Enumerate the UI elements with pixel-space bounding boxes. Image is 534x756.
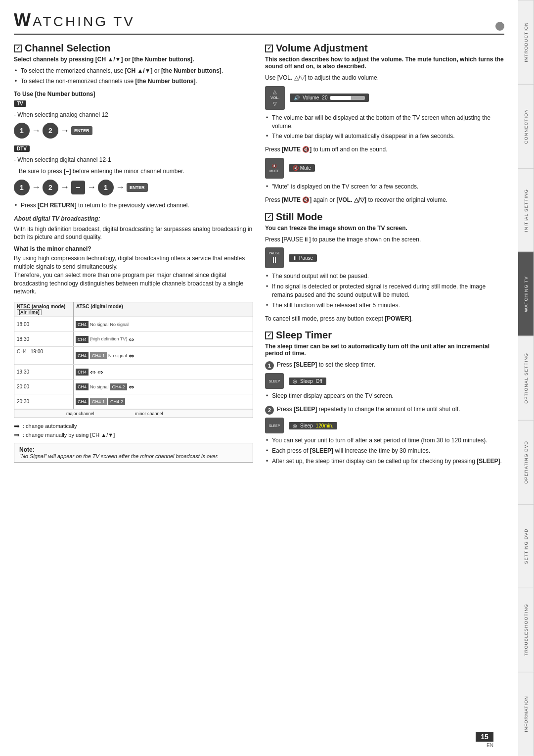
seq-btn-5: 1 [98, 180, 114, 195]
header-circle [495, 22, 504, 31]
legend-solid-text: : change automatically [23, 423, 77, 429]
mute-button: 🔇 MUTE [265, 158, 284, 179]
arrow-2000: ⇔ [129, 383, 134, 391]
sleep-label-1: SLEEP [269, 379, 280, 383]
sleep-step-1: 1 Press [SLEEP] to set the sleep timer. [265, 361, 504, 370]
to-use-heading: To Use [the Number buttons] [14, 91, 253, 97]
about-text: With its high definition broadcast, digi… [14, 225, 253, 242]
vol-speaker-icon: 🔊 [294, 95, 300, 100]
step-2-text: Press [SLEEP] repeatedly to change the a… [277, 405, 504, 414]
ch-cell-ch4-5: CH4 [76, 383, 89, 390]
channel-bullet-1: To select the memorized channels, use [C… [14, 67, 253, 75]
mute-recover-text: Press [MUTE 🔇] again or [VOL. △/▽] to re… [265, 196, 504, 204]
legend-hollow-text: : change manually by using [CH ▲/▼] [23, 432, 115, 438]
vol-bar-container: 🔊 Volume 20 [290, 94, 369, 102]
sleep-off-value: Off [316, 378, 322, 384]
note-title: Note: [19, 446, 248, 453]
vol-bar-fill [330, 96, 351, 100]
ch-return-item: Press [CH RETURN] to return to the previ… [14, 201, 253, 210]
ch-row-1930: 19:30 CH4 ⇔ ⇔ [14, 365, 253, 379]
about-heading: About digital TV broadcasting: [14, 215, 253, 223]
sleep-checkbox-icon [265, 331, 273, 339]
vol-bullet-2: The volume bar display will automaticall… [265, 132, 504, 141]
ch-time-1900: CH4 19:00 [14, 347, 74, 364]
still-mode-heading-container: Still Mode [265, 211, 504, 223]
ch-row-1800: 18:00 CH4 No signal No signal [14, 317, 253, 332]
ch-time-2030: 20:30 [14, 394, 74, 409]
page-number-container: 15 EN [476, 732, 493, 748]
vol-bullet-1: The volume bar will be displayed at the … [265, 114, 504, 131]
page-lang: EN [476, 743, 493, 748]
vol-bar-inner [330, 96, 365, 100]
tab-introduction[interactable]: INTRODUCTION [518, 0, 534, 84]
ch-label-nosig-3: No signal [108, 353, 127, 358]
page-header: WATCHING TV [14, 10, 504, 35]
tab-information[interactable]: INFORMATION [518, 672, 534, 756]
sleep-subtitle: The sleep timer can be set to automatica… [265, 343, 504, 357]
tab-connection[interactable]: CONNECTION [518, 84, 534, 168]
tab-setting-dvd[interactable]: SETTING DVD [518, 504, 534, 588]
mute-bullet-list: "Mute" is displayed on the TV screen for… [265, 183, 504, 191]
sleep-timer-heading-container: Sleep Timer [265, 330, 504, 341]
ch-time-1800: 18:00 [14, 317, 74, 331]
legend-arrow-hollow-icon: ⇒ [14, 431, 20, 439]
volume-checkbox-icon [265, 45, 273, 52]
tab-optional-setting[interactable]: OPTIONAL SETTING [518, 336, 534, 420]
ch4-side-label: CH4 [17, 349, 27, 354]
main-content: WATCHING TV Channel Selection Select cha… [0, 0, 518, 756]
sleep-timer-heading: Sleep Timer [276, 330, 332, 341]
dtv-badge: DTV [14, 145, 30, 152]
sleep-button-2: SLEEP [265, 418, 284, 433]
right-column: Volume Adjustment This section describes… [265, 43, 504, 471]
tab-troubleshooting[interactable]: TROUBLESHOOTING [518, 588, 534, 672]
legend-arrow-solid-icon: ➡ [14, 422, 20, 430]
still-bullet-list: The sound output will not be paused. If … [265, 272, 504, 309]
tv-badge: TV [14, 100, 26, 107]
ch-cells-2030: CH4 CH4-1 CH4-2 [74, 394, 253, 409]
tab-bar: INTRODUCTION CONNECTION INITIAL SETTING … [518, 0, 534, 756]
btn-sequence-1: 1 → 2 → ENTER [14, 123, 253, 139]
two-col-layout: Channel Selection Select channels by pre… [14, 43, 504, 471]
tab-operating-dvd[interactable]: OPERATING DVD [518, 420, 534, 504]
still-bullet-2: If no signal is detected or protected si… [265, 283, 504, 299]
volume-subtitle: This section describes how to adjust the… [265, 56, 504, 70]
channel-bullet-2: To select the non-memorized channels use… [14, 77, 253, 86]
tab-watching-tv[interactable]: WATCHING TV [518, 252, 534, 336]
seq-btn-4: 2 [43, 180, 58, 195]
sleep-bullet-list-2: You can set your unit to turn off after … [265, 436, 504, 465]
ch-cells-1900: CH4 CH4-1 No signal ⇔ [74, 347, 253, 364]
pause-display: PAUSE ⏸ ⏸ Pause [265, 247, 504, 268]
channel-diagram: NTSC (analog mode) [Air Time] ATSC (digi… [14, 302, 253, 418]
sleep-circle-icon-1: ◎ [293, 378, 297, 384]
sleep-indicator-1: ◎ Sleep Off [289, 378, 326, 385]
sleep-bullet-2b: Each press of [SLEEP] will increase the … [265, 447, 504, 455]
seq-arrow-5: → [87, 182, 96, 192]
step-num-2: 2 [265, 406, 274, 415]
ch-cell-ch4-6: CH4 [76, 398, 89, 405]
pause-icon: ⏸ [270, 256, 278, 265]
ch-row-2000: 20:00 CH4 No signal CH4-2 ⇔ [14, 379, 253, 394]
seq-arrow-1: → [32, 126, 41, 136]
ch-cell-ch42-1: CH4-2 [110, 383, 127, 390]
step-1-text: Press [SLEEP] to set the sleep timer. [277, 361, 504, 369]
sleep-step-2: 2 Press [SLEEP] repeatedly to change the… [265, 405, 504, 415]
high-def-label: (high definition TV) [90, 336, 127, 342]
vol-up-arrow: △ [273, 89, 277, 94]
seq-arrow-6: → [116, 182, 125, 192]
vol-display: △ VOL. ▽ 🔊 Volume 20 [265, 86, 504, 110]
title-rest: ATCHING TV [33, 14, 135, 29]
note-text: "No Signal" will appear on the TV screen… [19, 453, 248, 459]
tv-note: - When selecting analog channel 12 [14, 111, 253, 119]
ch-label-nosig-4: No signal [90, 384, 109, 389]
vol-bar-value: 20 [322, 95, 327, 100]
sleep-indicator-2: ◎ Sleep 120min. [289, 422, 337, 429]
tab-initial-setting[interactable]: INITIAL SETTING [518, 168, 534, 252]
ch-label-nosig-1: No signal [90, 322, 109, 327]
legend-hollow: ⇒ : change manually by using [CH ▲/▼] [14, 431, 253, 439]
still-checkbox-icon [265, 213, 273, 221]
ch-cells-1830: CH4 (high definition TV) ⇔ [74, 332, 253, 346]
minor-channel-label: minor channel [135, 411, 163, 416]
ch-time-1930: 19:30 [14, 365, 74, 379]
dtv-note2: Be sure to press [–] before entering the… [14, 167, 253, 176]
ch-row-1830: 18:30 CH4 (high definition TV) ⇔ [14, 332, 253, 347]
